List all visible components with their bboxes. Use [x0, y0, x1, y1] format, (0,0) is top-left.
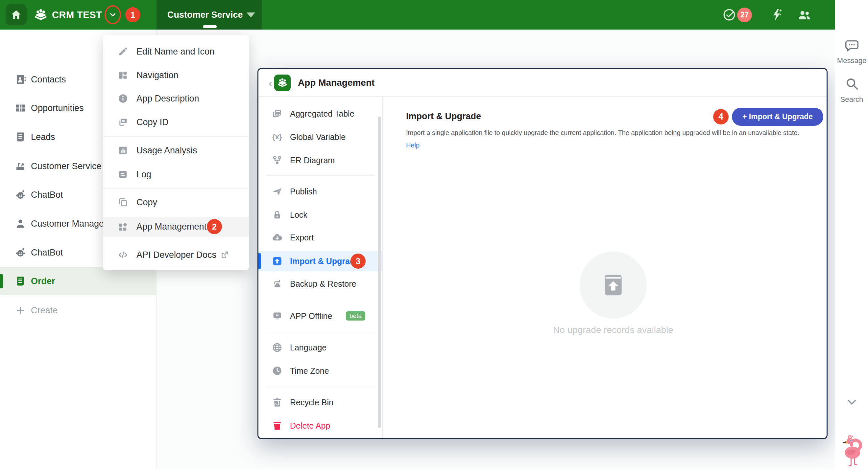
menu-item-log[interactable]: Log	[103, 165, 249, 184]
menu-item-label: Log	[136, 169, 151, 180]
menu-item-copy[interactable]: Copy	[103, 193, 249, 212]
modal-nav-app-offline[interactable]: APP Offline beta	[258, 306, 382, 326]
modal-nav-global-variable[interactable]: {x} Global Variable	[258, 127, 382, 147]
trash-icon	[272, 420, 283, 431]
todo-count-badge: 27	[737, 7, 752, 22]
flamingo-mascot-image[interactable]	[835, 430, 868, 466]
step-badge-2: 2	[207, 219, 222, 234]
empty-state-message: No upgrade records available	[531, 325, 695, 335]
backup-restore-icon	[272, 278, 283, 289]
address-book-icon	[14, 74, 26, 86]
modal-nav-divider	[266, 175, 374, 176]
modal-title: App Management	[298, 69, 374, 97]
svg-text:ID: ID	[122, 119, 126, 123]
modal-nav-aggregated-table[interactable]: Aggregated Table	[258, 104, 382, 124]
modal-nav-label: Delete App	[290, 421, 330, 431]
import-upgrade-icon	[272, 256, 283, 267]
modal-nav-lock[interactable]: Lock	[258, 205, 382, 225]
menu-item-label: API Developer Docs	[136, 250, 216, 260]
message-label[interactable]: Message	[835, 57, 868, 65]
log-doc-icon	[117, 169, 129, 180]
global-search-icon[interactable]	[835, 76, 868, 91]
top-header: CRM TEST 1 Customer Service 27	[0, 0, 868, 30]
tab-active-underline	[203, 25, 217, 28]
sidebar-item-label: Contacts	[31, 74, 66, 85]
import-upgrade-button[interactable]: + Import & Upgrade	[732, 108, 823, 126]
create-label: Create	[31, 305, 58, 315]
modal-nav-recycle-bin[interactable]: Recycle Bin	[258, 393, 382, 412]
app-title[interactable]: CRM TEST	[52, 0, 102, 30]
modal-nav-label: Export	[290, 233, 314, 242]
app-management-modal: ‹ App Management Aggregated Table {x} Gl…	[257, 68, 828, 439]
todo-check-icon[interactable]	[722, 7, 737, 22]
modal-nav-backup-restore[interactable]: Backup & Restore	[258, 274, 382, 294]
modal-nav-er-diagram[interactable]: ER Diagram	[258, 150, 382, 170]
menu-item-edit-name-icon[interactable]: Edit Name and Icon	[103, 42, 249, 61]
app-brick-icon	[33, 7, 49, 23]
grid-table-icon	[14, 102, 26, 114]
empty-state-illustration	[580, 252, 647, 319]
modal-left-nav: Aggregated Table {x} Global Variable ER …	[258, 97, 383, 439]
message-icon[interactable]	[835, 38, 868, 53]
users-icon[interactable]	[797, 7, 811, 22]
modal-nav-language[interactable]: Language	[258, 338, 382, 357]
modal-app-brick-icon	[274, 74, 291, 91]
right-rail: R Message Search Ro Fa 27	[835, 0, 868, 469]
id-card-icon: ID	[117, 116, 129, 128]
code-icon	[117, 249, 129, 261]
modal-nav-label: Lock	[290, 210, 307, 220]
menu-item-label: Edit Name and Icon	[136, 47, 214, 57]
info-icon	[117, 93, 129, 104]
step-badge-1: 1	[125, 7, 141, 22]
aggregated-table-icon	[272, 108, 283, 119]
home-button[interactable]	[6, 4, 27, 25]
menu-item-app-description[interactable]: App Description	[103, 89, 249, 108]
modal-nav-export[interactable]: Export	[258, 228, 382, 247]
tools-icon	[14, 160, 26, 172]
modal-nav-label: Backup & Restore	[290, 279, 356, 289]
modal-nav-time-zone[interactable]: Time Zone	[258, 361, 382, 381]
menu-item-label: Usage Analysis	[136, 145, 197, 156]
sidebar-item-label: Order	[31, 276, 55, 287]
menu-divider	[103, 136, 249, 137]
sidebar-item-label: Customer Manage	[31, 219, 104, 229]
sidebar-item-label: ChatBot	[31, 190, 63, 200]
sidebar-item-label: Opportunities	[31, 103, 84, 113]
beta-badge: beta	[346, 311, 365, 321]
step-badge-3: 3	[350, 254, 366, 269]
sidebar-item-order[interactable]: Order	[0, 271, 156, 291]
modal-nav-scrollbar[interactable]	[378, 116, 381, 428]
menu-item-label: Copy	[136, 197, 157, 208]
sidebar-create-button[interactable]: Create	[0, 300, 156, 321]
menu-item-api-developer-docs[interactable]: API Developer Docs	[103, 245, 249, 265]
modal-nav-label: Global Variable	[290, 132, 346, 142]
modal-nav-publish[interactable]: Publish	[258, 181, 382, 201]
app-offline-icon	[272, 310, 283, 322]
plus-icon	[14, 304, 26, 316]
globe-icon	[272, 342, 283, 353]
modal-nav-delete-app[interactable]: Delete App	[258, 416, 382, 436]
modal-nav-label: Recycle Bin	[290, 398, 333, 407]
menu-divider	[103, 242, 249, 242]
tab-customer-service[interactable]: Customer Service	[156, 0, 262, 30]
pencil-icon	[117, 46, 129, 57]
clock-icon	[272, 365, 283, 376]
menu-item-label: App Management	[136, 222, 207, 232]
person-icon	[14, 218, 26, 230]
menu-item-navigation[interactable]: Navigation	[103, 65, 249, 85]
robot-icon	[14, 247, 26, 259]
chevron-down-icon[interactable]	[108, 10, 117, 19]
global-search-label[interactable]: Search	[835, 95, 868, 104]
menu-item-copy-id[interactable]: ID Copy ID	[103, 112, 249, 132]
menu-item-app-management[interactable]: App Management	[103, 217, 249, 237]
bar-chart-icon	[117, 145, 129, 156]
menu-item-label: Copy ID	[136, 117, 169, 127]
help-link[interactable]: Help	[406, 141, 420, 149]
automation-bolt-icon[interactable]	[769, 7, 784, 22]
menu-item-usage-analysis[interactable]: Usage Analysis	[103, 141, 249, 160]
modal-nav-label: APP Offline	[290, 311, 332, 321]
external-link-icon	[220, 250, 229, 260]
layout-icon	[117, 70, 129, 81]
more-apps-chevron-icon[interactable]	[835, 395, 868, 409]
list-doc-icon	[14, 131, 26, 143]
